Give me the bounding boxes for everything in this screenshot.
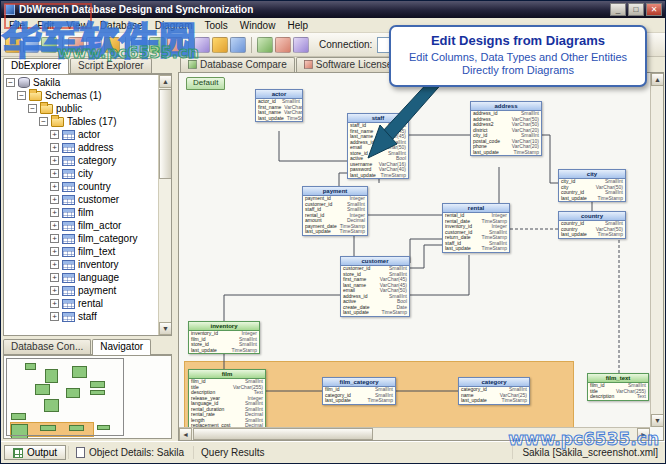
expander-icon[interactable]: + xyxy=(50,143,59,152)
entity-column[interactable]: last_updateTimeStamp xyxy=(459,398,529,404)
tree-node-table-rental[interactable]: +rental xyxy=(4,297,158,310)
entity-column[interactable]: last_updateTimeStamp xyxy=(348,173,408,179)
maximize-button[interactable]: □ xyxy=(628,3,644,16)
entity-category[interactable]: categorycategory_idSmallIntnameVarChar(2… xyxy=(458,377,530,405)
canvas-hscrollbar[interactable]: ◄ ► xyxy=(179,427,650,440)
tree-node-table-city[interactable]: +city xyxy=(4,167,158,180)
scroll-down-icon[interactable]: ▼ xyxy=(651,414,664,427)
tab-script-explorer[interactable]: Script Explorer xyxy=(70,58,152,73)
scroll-up-icon[interactable]: ▲ xyxy=(651,73,664,86)
tree-node-table-category[interactable]: +category xyxy=(4,154,158,167)
expander-icon[interactable]: − xyxy=(28,104,37,113)
output-tab[interactable]: Output xyxy=(4,445,66,460)
tree-node-table-country[interactable]: +country xyxy=(4,180,158,193)
entity-column[interactable]: last_updateTimeStamp xyxy=(303,229,367,235)
entity-customer[interactable]: customercustomer_idSmallIntstore_idSmall… xyxy=(340,256,410,317)
entity-column[interactable]: last_updateTimeStamp xyxy=(443,246,509,252)
entity-header[interactable]: city xyxy=(559,170,625,179)
tree-node-table-language[interactable]: +language xyxy=(4,271,158,284)
zoom-out-icon[interactable] xyxy=(275,37,291,53)
expander-icon[interactable]: + xyxy=(50,169,59,178)
new-entity-icon[interactable] xyxy=(212,37,228,53)
expander-icon[interactable]: + xyxy=(50,234,59,243)
tree-node-table-film_actor[interactable]: +film_actor xyxy=(4,219,158,232)
expander-icon[interactable]: + xyxy=(50,312,59,321)
entity-payment[interactable]: paymentpayment_idIntegercustomer_idSmall… xyxy=(302,186,368,236)
copy-icon[interactable] xyxy=(149,37,165,53)
entity-header[interactable]: category xyxy=(459,378,529,387)
minimap-viewport[interactable] xyxy=(6,358,124,436)
entity-header[interactable]: address xyxy=(471,102,541,111)
expander-icon[interactable]: + xyxy=(50,156,59,165)
minimize-button[interactable]: _ xyxy=(610,3,626,16)
expander-icon[interactable]: − xyxy=(17,91,26,100)
expander-icon[interactable]: + xyxy=(50,208,59,217)
entity-header[interactable]: payment xyxy=(303,187,367,196)
entity-address[interactable]: addressaddress_idSmallIntaddressVarChar(… xyxy=(470,101,542,156)
diagram-canvas[interactable]: Default actoractor_idSmallIntfirst_nameV… xyxy=(178,73,664,441)
entity-header[interactable]: film xyxy=(189,370,265,379)
expander-icon[interactable]: + xyxy=(50,299,59,308)
entity-header[interactable]: inventory xyxy=(189,322,259,331)
entity-column[interactable]: last_updateTimeStamp xyxy=(559,232,625,238)
menu-database[interactable]: Database xyxy=(94,19,149,32)
open-file-icon[interactable] xyxy=(23,37,39,53)
tree-node-table-customer[interactable]: +customer xyxy=(4,193,158,206)
expander-icon[interactable]: + xyxy=(50,247,59,256)
entity-column[interactable]: last_updateTimeStamp xyxy=(256,116,302,122)
tab-database-compare[interactable]: Database Compare xyxy=(180,57,295,72)
entity-column[interactable]: last_updateTimeStamp xyxy=(189,348,259,354)
entity-header[interactable]: actor xyxy=(256,90,302,99)
tree-node-schemas-1-[interactable]: −Schemas (1) xyxy=(4,89,158,102)
redo-icon[interactable] xyxy=(104,37,120,53)
tree-node-tables-17-[interactable]: −Tables (17) xyxy=(4,115,158,128)
navigator-minimap[interactable] xyxy=(3,355,172,439)
new-diagram-icon[interactable] xyxy=(194,37,210,53)
tree-node-table-film_category[interactable]: +film_category xyxy=(4,232,158,245)
print-icon[interactable] xyxy=(68,37,84,53)
menu-help[interactable]: Help xyxy=(281,19,314,32)
menu-diagram[interactable]: Diagram xyxy=(149,19,199,32)
object-details-tab[interactable]: Object Details: Sakila xyxy=(68,446,191,459)
entity-column[interactable]: last_updateTimeStamp xyxy=(559,196,625,202)
tree-node-public[interactable]: −public xyxy=(4,102,158,115)
entity-actor[interactable]: actoractor_idSmallIntfirst_nameVarChar(4… xyxy=(255,89,303,122)
entity-staff[interactable]: staffstaff_idSmallIntfirst_nameVarChar(4… xyxy=(347,113,409,179)
entity-header[interactable]: staff xyxy=(348,114,408,123)
expander-icon[interactable]: + xyxy=(50,130,59,139)
entity-film_category[interactable]: film_categoryfilm_idSmallIntcategory_idS… xyxy=(322,377,396,405)
undo-icon[interactable] xyxy=(86,37,102,53)
scroll-up-icon[interactable]: ▲ xyxy=(159,75,172,88)
hscroll-thumb[interactable] xyxy=(193,428,373,440)
entity-film_text[interactable]: film_textfilm_idSmallInttitleVarChar(255… xyxy=(587,373,649,401)
scroll-down-icon[interactable]: ▼ xyxy=(159,322,172,335)
entity-column[interactable]: descriptionText xyxy=(588,394,648,400)
entity-column[interactable]: last_updateTimeStamp xyxy=(471,150,541,156)
expander-icon[interactable]: + xyxy=(50,221,59,230)
entity-rental[interactable]: rentalrental_idIntegerrental_dateTimeSta… xyxy=(442,203,510,253)
entity-inventory[interactable]: inventoryinventory_idIntegerfilm_idSmall… xyxy=(188,321,260,354)
entity-header[interactable]: film_text xyxy=(588,374,648,383)
diagram-tab-default[interactable]: Default xyxy=(186,77,225,90)
scroll-left-icon[interactable]: ◄ xyxy=(179,428,192,441)
expander-icon[interactable]: + xyxy=(50,260,59,269)
tree-node-database[interactable]: −Sakila xyxy=(4,76,158,89)
expander-icon[interactable]: + xyxy=(50,195,59,204)
tree-scrollbar[interactable]: ▲ ▼ xyxy=(158,75,171,335)
entity-country[interactable]: countrycountry_idSmallIntcountryVarChar(… xyxy=(558,211,626,239)
expander-icon[interactable]: + xyxy=(50,286,59,295)
menu-file[interactable]: File xyxy=(3,19,31,32)
entity-city[interactable]: citycity_idSmallIntcityVarChar(50)countr… xyxy=(558,169,626,202)
tab-software-license[interactable]: Software License xyxy=(296,57,401,72)
entity-column[interactable]: last_updateTimeStamp xyxy=(341,310,409,316)
entity-header[interactable]: country xyxy=(559,212,625,221)
new-relationship-icon[interactable] xyxy=(230,37,246,53)
zoom-fit-icon[interactable] xyxy=(293,37,309,53)
tree-node-table-address[interactable]: +address xyxy=(4,141,158,154)
zoom-in-icon[interactable] xyxy=(257,37,273,53)
entity-header[interactable]: rental xyxy=(443,204,509,213)
menu-edit[interactable]: Edit xyxy=(31,19,60,32)
expander-icon[interactable]: + xyxy=(50,273,59,282)
tree-node-table-payment[interactable]: +payment xyxy=(4,284,158,297)
tab-database-con-[interactable]: Database Con... xyxy=(3,339,91,354)
